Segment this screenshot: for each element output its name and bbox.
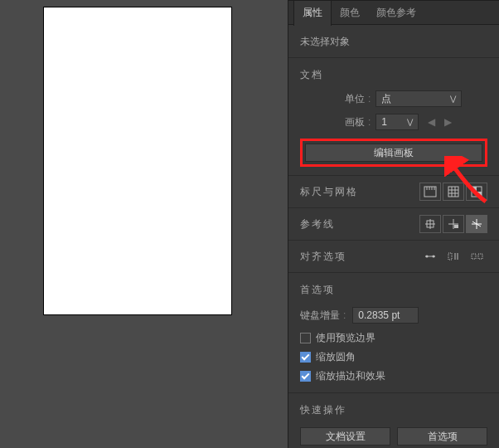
no-selection-label: 未选择对象 [288,25,499,56]
svg-rect-11 [472,187,477,192]
prev-artboard-icon[interactable]: ◀ [427,116,435,128]
section-document-title: 文档 [288,60,499,87]
edit-artboard-highlight: 编辑画板 [300,139,487,167]
kb-increment-value: 0.2835 pt [358,309,400,321]
quick-actions-row: 文档设置 首选项 [288,422,499,448]
document-setup-button[interactable]: 文档设置 [300,427,390,446]
artboard-nav: ◀ ▶ [427,116,452,128]
kb-increment-label: 键盘增量 [300,309,340,323]
canvas-area [0,0,288,448]
snap-pixel-icon[interactable] [466,247,487,265]
unit-value: 点 [381,92,391,106]
panel-tabs: 属性 颜色 颜色参考 [288,0,499,25]
toggle-guides-icon[interactable] [419,215,441,233]
chevron-down-icon: ⋁ [450,95,456,103]
checkbox-preview-bounds[interactable] [300,333,311,343]
ruler-icon[interactable] [419,183,441,201]
checkbox-scale-corners[interactable] [300,352,311,363]
preview-bounds-row[interactable]: 使用预览边界 [288,329,499,348]
tab-color[interactable]: 颜色 [332,1,368,24]
svg-rect-5 [448,187,458,197]
chevron-down-icon: ⋁ [407,118,413,126]
kb-increment-input[interactable]: 0.2835 pt [352,307,419,324]
divider [288,240,499,241]
snap-grid-icon[interactable] [443,247,464,265]
artboard-value: 1 [381,116,387,128]
edit-artboard-button[interactable]: 编辑画板 [305,144,482,162]
smart-guides-icon[interactable] [466,215,487,233]
divider [288,175,499,176]
colon: : [368,93,371,105]
scale-strokes-label: 缩放描边和效果 [316,369,385,383]
unit-label: 单位 [300,92,365,106]
preview-bounds-label: 使用预览边界 [316,331,375,345]
svg-rect-12 [477,192,482,197]
colon: : [343,309,346,321]
preferences-button[interactable]: 首选项 [397,427,487,446]
svg-rect-29 [478,254,482,259]
artboard-select[interactable]: 1 ⋁ [375,114,419,130]
svg-rect-25 [448,253,452,260]
section-prefs-title: 首选项 [288,275,499,302]
align-label: 对齐选项 [300,250,418,264]
divider [288,57,499,58]
guides-label: 参考线 [300,217,418,231]
svg-rect-28 [472,254,476,259]
svg-rect-18 [454,225,458,228]
artboard-row: 画板 : 1 ⋁ ◀ ▶ [288,110,499,134]
ruler-grid-row: 标尺与网格 [288,178,499,206]
divider [288,207,499,208]
artboard-label: 画板 [300,115,365,129]
unit-row: 单位 : 点 ⋁ [288,87,499,110]
artboard-canvas[interactable] [43,7,232,315]
tab-properties[interactable]: 属性 [293,0,332,26]
tab-swatches[interactable]: 颜色参考 [368,1,424,24]
scale-corners-row[interactable]: 缩放圆角 [288,348,499,367]
svg-point-23 [426,256,429,258]
colon: : [368,116,371,128]
scale-corners-label: 缩放圆角 [316,350,356,364]
next-artboard-icon[interactable]: ▶ [443,116,452,128]
keyboard-increment-row: 键盘增量 : 0.2835 pt [288,302,499,329]
unit-select[interactable]: 点 ⋁ [375,90,462,107]
checkbox-scale-strokes[interactable] [300,371,311,382]
align-row: 对齐选项 [288,242,499,270]
guides-row: 参考线 [288,210,499,238]
ruler-grid-label: 标尺与网格 [300,185,418,199]
properties-panel: 属性 颜色 颜色参考 未选择对象 文档 单位 : 点 ⋁ 画板 : 1 ⋁ ◀ … [288,0,499,448]
transparency-grid-icon[interactable] [466,183,487,201]
scale-strokes-row[interactable]: 缩放描边和效果 [288,367,499,386]
section-quick-title: 快速操作 [288,395,499,422]
lock-guides-icon[interactable] [443,215,464,233]
svg-point-24 [433,256,435,258]
divider [288,272,499,273]
snap-point-icon[interactable] [419,247,441,265]
divider [288,392,499,393]
grid-icon[interactable] [443,183,464,201]
